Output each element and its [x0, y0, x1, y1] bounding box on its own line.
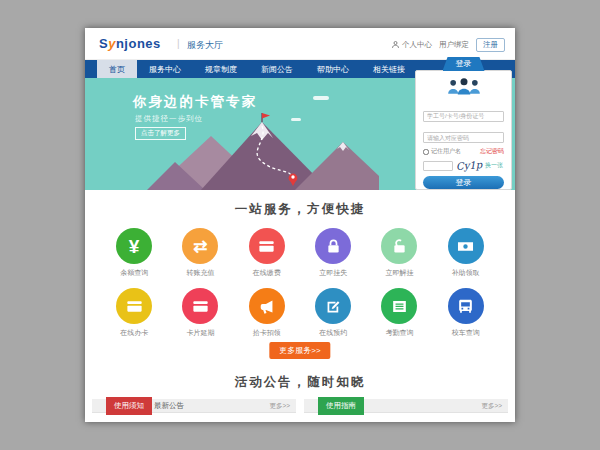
register-button[interactable]: 注册 — [476, 38, 505, 52]
service-item[interactable]: 校车查询 — [433, 288, 499, 338]
personal-center-label: 个人中心 — [402, 40, 432, 50]
personal-center-link[interactable]: 个人中心 — [391, 40, 432, 51]
service-item[interactable]: 在线缴费 — [234, 228, 300, 278]
logo-accent-mark: y — [108, 36, 116, 51]
card-icon — [116, 288, 152, 324]
service-label: 补助领取 — [433, 268, 499, 278]
service-label: 立即挂失 — [300, 268, 366, 278]
cloud-decoration — [313, 96, 329, 100]
desktop-background: Synjones | 服务大厅 个人中心 用户绑定 注册 首页 服务中心 规章制… — [0, 0, 600, 450]
nav-item-links[interactable]: 相关链接 — [361, 60, 417, 78]
services-grid: ¥余额查询⇄转账充值在线缴费立即挂失立即解挂补助领取在线办卡卡片延期拾卡招领在线… — [85, 218, 515, 338]
service-label: 校车查询 — [433, 328, 499, 338]
username-input[interactable] — [423, 111, 504, 122]
user-binding-label: 用户绑定 — [439, 40, 469, 50]
remember-checkbox[interactable] — [423, 149, 429, 155]
user-binding-link[interactable]: 用户绑定 — [439, 40, 469, 50]
service-item[interactable]: 考勤查询 — [366, 288, 432, 338]
card-icon — [249, 228, 285, 264]
captcha-image[interactable]: Cy1p — [456, 159, 483, 172]
header-links: 个人中心 用户绑定 注册 — [391, 38, 505, 52]
guide-more-link[interactable]: 更多>> — [481, 399, 502, 413]
service-label: 考勤查询 — [366, 328, 432, 338]
nav-item-help[interactable]: 帮助中心 — [305, 60, 361, 78]
forgot-password-link[interactable]: 忘记密码 — [480, 147, 504, 156]
service-item[interactable]: 立即挂失 — [300, 228, 366, 278]
notice-panel: 使用须知 最新公告 更多>> — [92, 399, 296, 413]
nav-item-news[interactable]: 新闻公告 — [249, 60, 305, 78]
service-item[interactable]: 在线办卡 — [101, 288, 167, 338]
announcements-title: 活动公告，随时知晓 — [85, 374, 515, 391]
portal-name: 服务大厅 — [187, 39, 223, 52]
service-item[interactable]: 拾卡招领 — [234, 288, 300, 338]
services-title: 一站服务，方便快捷 — [85, 201, 515, 218]
transfer-icon: ⇄ — [182, 228, 218, 264]
nav-item-service-center[interactable]: 服务中心 — [137, 60, 193, 78]
announcement-panels: 使用须知 最新公告 更多>> 使用指南 更多>> — [85, 391, 515, 413]
user-guide-tab[interactable]: 使用指南 — [318, 397, 364, 415]
service-label: 拾卡招领 — [234, 328, 300, 338]
usage-notice-tab[interactable]: 使用须知 — [106, 397, 152, 415]
nav-item-rules[interactable]: 规章制度 — [193, 60, 249, 78]
service-label: 转账充值 — [167, 268, 233, 278]
captcha-row: Cy1p 换一张 — [423, 160, 504, 171]
more-services-button[interactable]: 更多服务>> — [269, 342, 330, 359]
latest-announcements-tab[interactable]: 最新公告 — [154, 399, 184, 413]
person-icon — [391, 40, 400, 51]
logo-text-suffix: njones — [116, 36, 161, 51]
mountain-illustration — [147, 112, 379, 190]
remember-label: 记住用户名 — [431, 147, 461, 156]
remember-row: 记住用户名 忘记密码 — [423, 147, 504, 156]
login-panel: 登录 记住用户名 忘记密码 Cy1p 换一张 登录 — [415, 70, 512, 190]
portal-page: Synjones | 服务大厅 个人中心 用户绑定 注册 首页 服务中心 规章制… — [85, 28, 515, 422]
card-icon — [182, 288, 218, 324]
money-icon — [448, 228, 484, 264]
service-label: 在线办卡 — [101, 328, 167, 338]
service-item[interactable]: 立即解挂 — [366, 228, 432, 278]
unlock-icon — [381, 228, 417, 264]
service-label: 卡片延期 — [167, 328, 233, 338]
logo[interactable]: Synjones — [99, 36, 161, 51]
service-item[interactable]: ⇄转账充值 — [167, 228, 233, 278]
captcha-input[interactable] — [423, 161, 453, 171]
nav-item-home[interactable]: 首页 — [97, 60, 137, 78]
bus-icon — [448, 288, 484, 324]
service-item[interactable]: 在线预约 — [300, 288, 366, 338]
password-input[interactable] — [423, 132, 504, 143]
service-item[interactable]: 卡片延期 — [167, 288, 233, 338]
logo-text: S — [99, 36, 108, 51]
service-label: 在线缴费 — [234, 268, 300, 278]
notice-more-link[interactable]: 更多>> — [269, 399, 290, 413]
services-section: 一站服务，方便快捷 ¥余额查询⇄转账充值在线缴费立即挂失立即解挂补助领取在线办卡… — [85, 190, 515, 365]
captcha-refresh-link[interactable]: 换一张 — [485, 161, 503, 170]
service-label: 余额查询 — [101, 268, 167, 278]
service-item[interactable]: ¥余额查询 — [101, 228, 167, 278]
announcements-section: 活动公告，随时知晓 使用须知 最新公告 更多>> 使用指南 更多>> — [85, 365, 515, 422]
login-tab[interactable]: 登录 — [443, 57, 485, 71]
hero-title: 你身边的卡管专家 — [133, 93, 257, 111]
service-item[interactable]: 补助领取 — [433, 228, 499, 278]
service-label: 在线预约 — [300, 328, 366, 338]
service-label: 立即解挂 — [366, 268, 432, 278]
header: Synjones | 服务大厅 个人中心 用户绑定 注册 — [85, 28, 515, 60]
yen-icon: ¥ — [116, 228, 152, 264]
lock-icon — [315, 228, 351, 264]
list-icon — [381, 288, 417, 324]
megaphone-icon — [249, 288, 285, 324]
users-icon — [423, 77, 504, 101]
logo-divider: | — [177, 38, 180, 49]
edit-icon — [315, 288, 351, 324]
login-submit-button[interactable]: 登录 — [423, 176, 504, 189]
guide-panel: 使用指南 更多>> — [304, 399, 508, 413]
